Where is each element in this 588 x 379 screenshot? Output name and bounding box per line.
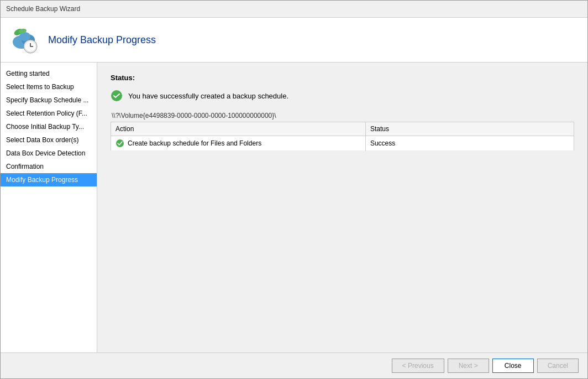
success-check-icon: [111, 90, 123, 102]
footer: < Previous Next > Close Cancel: [1, 352, 587, 378]
column-header-action: Action: [111, 122, 366, 136]
close-button[interactable]: Close: [492, 359, 534, 373]
action-table: Action Status: [111, 122, 574, 151]
header: Modify Backup Progress: [1, 18, 587, 63]
column-header-status: Status: [365, 122, 574, 136]
cancel-button[interactable]: Cancel: [537, 359, 579, 373]
table-row: Create backup schedule for Files and Fol…: [111, 136, 574, 151]
success-text: You have successfully created a backup s…: [128, 92, 288, 100]
svg-point-10: [116, 139, 124, 147]
header-icon: [9, 24, 40, 55]
title-bar: Schedule Backup Wizard: [1, 1, 587, 18]
volume-path: \\?\Volume{e4498839-0000-0000-0000-10000…: [111, 112, 574, 120]
action-text: Create backup schedule for Files and Fol…: [128, 139, 261, 147]
status-label: Status:: [111, 74, 574, 82]
previous-button[interactable]: < Previous: [392, 359, 444, 373]
table-cell-status: Success: [365, 136, 574, 151]
sidebar-item-retention-policy[interactable]: Select Retention Policy (F...: [1, 107, 97, 120]
status-section: Status: You have successfully created a …: [111, 74, 574, 151]
sidebar-item-modify-progress[interactable]: Modify Backup Progress: [1, 173, 97, 186]
success-message: You have successfully created a backup s…: [111, 90, 574, 102]
sidebar-item-initial-backup[interactable]: Choose Initial Backup Ty...: [1, 120, 97, 133]
sidebar-item-specify-schedule[interactable]: Specify Backup Schedule ...: [1, 94, 97, 107]
table-cell-action: Create backup schedule for Files and Fol…: [111, 136, 366, 151]
sidebar: Getting started Select Items to Backup S…: [1, 63, 97, 352]
next-button[interactable]: Next >: [448, 359, 489, 373]
row-success-icon: [116, 139, 124, 148]
window-title: Schedule Backup Wizard: [6, 5, 80, 13]
sidebar-item-confirmation[interactable]: Confirmation: [1, 160, 97, 173]
content-area: Getting started Select Items to Backup S…: [1, 63, 587, 352]
backup-icon: [9, 24, 40, 55]
page-title: Modify Backup Progress: [48, 34, 156, 46]
window: Schedule Backup Wizard Modify Backup Pro…: [0, 0, 588, 379]
main-content: Status: You have successfully created a …: [97, 63, 587, 352]
sidebar-item-data-box-order[interactable]: Select Data Box order(s): [1, 133, 97, 147]
sidebar-item-select-items[interactable]: Select Items to Backup: [1, 80, 97, 94]
sidebar-item-getting-started[interactable]: Getting started: [1, 67, 97, 80]
sidebar-item-data-box-detection[interactable]: Data Box Device Detection: [1, 147, 97, 160]
